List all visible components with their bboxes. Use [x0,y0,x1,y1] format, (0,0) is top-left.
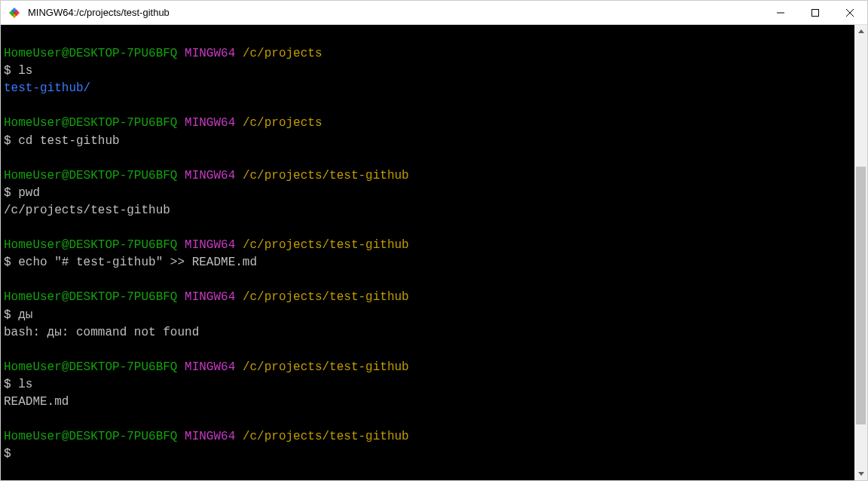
titlebar[interactable]: MINGW64:/c/projects/test-github [1,1,867,25]
blank-line [4,342,848,359]
command-line: $ echo "# test-github" >> README.md [4,254,848,271]
prompt-line: HomeUser@DESKTOP-7PU6BFQ MINGW64 /c/proj… [4,359,848,376]
prompt-symbol: $ [4,256,18,269]
terminal[interactable]: HomeUser@DESKTOP-7PU6BFQ MINGW64 /c/proj… [1,25,854,480]
prompt-line: HomeUser@DESKTOP-7PU6BFQ MINGW64 /c/proj… [4,237,848,254]
blank-line [4,150,848,167]
prompt-user-host: HomeUser@DESKTOP-7PU6BFQ [4,47,177,60]
prompt-symbol: $ [4,134,18,148]
prompt-path: /c/projects/test-github [243,360,409,374]
blank-line [4,28,848,45]
svg-marker-8 [858,29,864,33]
command-text: echo "# test-github" >> README.md [18,256,257,269]
prompt-symbol: $ [4,186,18,200]
output-line: /c/projects/test-github [4,202,848,219]
prompt-system: MINGW64 [185,116,235,130]
prompt-path: /c/projects [243,47,322,60]
output-line: README.md [4,394,848,411]
prompt-user-host: HomeUser@DESKTOP-7PU6BFQ [4,116,177,130]
command-text: pwd [18,186,40,200]
prompt-line: HomeUser@DESKTOP-7PU6BFQ MINGW64 /c/proj… [4,45,848,63]
command-line: $ ls [4,63,848,80]
window-title: MINGW64:/c/projects/test-github [28,7,763,18]
terminal-container: HomeUser@DESKTOP-7PU6BFQ MINGW64 /c/proj… [1,25,867,480]
blank-line [4,271,848,289]
minimize-button[interactable] [763,1,798,24]
prompt-path: /c/projects/test-github [243,238,409,252]
prompt-symbol: $ [4,447,11,461]
scrollbar[interactable] [854,25,867,480]
prompt-symbol: $ [4,308,18,322]
prompt-user-host: HomeUser@DESKTOP-7PU6BFQ [4,430,177,443]
prompt-line: HomeUser@DESKTOP-7PU6BFQ MINGW64 /c/proj… [4,167,848,185]
prompt-system: MINGW64 [185,47,235,60]
command-text: ls [18,64,32,78]
close-button[interactable] [833,1,867,24]
prompt-user-host: HomeUser@DESKTOP-7PU6BFQ [4,290,177,304]
svg-marker-9 [858,472,864,476]
output-line: test-github/ [4,80,848,97]
scroll-down-arrow[interactable] [854,467,867,480]
prompt-system: MINGW64 [185,290,235,304]
prompt-line: HomeUser@DESKTOP-7PU6BFQ MINGW64 /c/proj… [4,289,848,306]
prompt-symbol: $ [4,378,18,391]
scroll-track[interactable] [854,38,867,467]
window-controls [763,1,867,24]
output-line: bash: ды: command not found [4,324,848,342]
prompt-line: HomeUser@DESKTOP-7PU6BFQ MINGW64 /c/proj… [4,428,848,446]
prompt-line: HomeUser@DESKTOP-7PU6BFQ MINGW64 /c/proj… [4,115,848,132]
blank-line [4,97,848,115]
command-text: ls [18,378,32,391]
prompt-path: /c/projects/test-github [243,169,409,182]
command-text: cd test-github [18,134,119,148]
prompt-path: /c/projects/test-github [243,290,409,304]
prompt-symbol: $ [4,64,18,78]
prompt-path: /c/projects/test-github [243,430,409,443]
blank-line [4,219,848,237]
prompt-system: MINGW64 [185,238,235,252]
command-line: $ cd test-github [4,133,848,150]
prompt-path: /c/projects [243,116,322,130]
application-window: MINGW64:/c/projects/test-github HomeUser… [0,0,868,481]
svg-rect-5 [812,9,819,16]
prompt-user-host: HomeUser@DESKTOP-7PU6BFQ [4,169,177,182]
blank-line [4,411,848,428]
prompt-system: MINGW64 [185,169,235,182]
command-line: $ ды [4,307,848,324]
command-line: $ pwd [4,185,848,202]
prompt-user-host: HomeUser@DESKTOP-7PU6BFQ [4,238,177,252]
prompt-system: MINGW64 [185,430,235,443]
app-icon [7,5,22,20]
command-line: $ [4,446,848,463]
prompt-system: MINGW64 [185,360,235,374]
command-line: $ ls [4,376,848,394]
prompt-user-host: HomeUser@DESKTOP-7PU6BFQ [4,360,177,374]
scroll-thumb[interactable] [856,167,866,424]
maximize-button[interactable] [798,1,833,24]
command-text: ды [18,308,32,322]
scroll-up-arrow[interactable] [854,25,867,38]
